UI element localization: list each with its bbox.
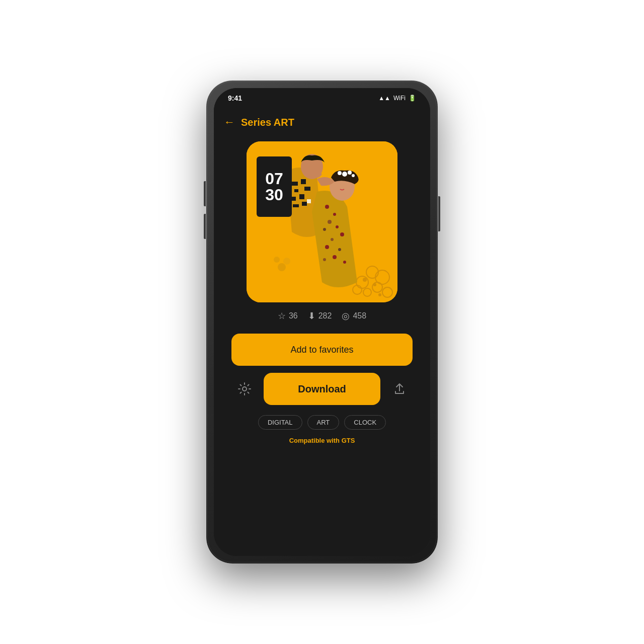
stats-row: ☆ 36 ⬇ 282 ◎ 458 xyxy=(278,310,366,321)
header: ← Series ART xyxy=(214,108,430,136)
download-button[interactable]: Download xyxy=(264,373,380,405)
svg-point-38 xyxy=(278,263,286,271)
star-icon: ☆ xyxy=(278,310,286,321)
svg-point-24 xyxy=(323,228,326,231)
svg-point-29 xyxy=(333,255,337,259)
svg-point-30 xyxy=(323,258,326,261)
tag-art[interactable]: ART xyxy=(307,415,340,430)
signal-icon: ▲▲ xyxy=(378,95,390,102)
svg-point-9 xyxy=(373,283,376,286)
svg-point-26 xyxy=(331,238,334,241)
svg-point-34 xyxy=(348,171,352,175)
svg-point-36 xyxy=(352,174,355,177)
add-to-favorites-button[interactable]: Add to favorites xyxy=(231,334,413,366)
svg-point-10 xyxy=(378,293,381,296)
svg-point-22 xyxy=(328,220,332,224)
watch-face-background: 07 30 xyxy=(247,141,397,302)
downloads-stat: ⬇ 282 xyxy=(308,310,332,321)
time-display: 07 30 xyxy=(257,156,292,217)
eye-icon: ◎ xyxy=(342,310,350,321)
svg-rect-18 xyxy=(293,204,299,207)
tag-clock[interactable]: CLOCK xyxy=(344,415,386,430)
svg-point-28 xyxy=(338,248,341,251)
back-button[interactable]: ← xyxy=(224,116,235,129)
svg-point-20 xyxy=(325,205,329,209)
phone-frame: 9:41 ▲▲ WiFi 🔋 ← Series ART xyxy=(206,80,438,564)
svg-point-8 xyxy=(363,278,367,282)
settings-button[interactable] xyxy=(231,373,258,405)
volume-down-button[interactable] xyxy=(204,214,206,239)
tag-digital[interactable]: DIGITAL xyxy=(258,415,302,430)
favorites-count: 36 xyxy=(289,311,298,320)
watch-face-card: 07 30 xyxy=(247,141,397,302)
download-count-icon: ⬇ xyxy=(308,310,315,321)
downloads-count: 282 xyxy=(318,311,332,320)
volume-up-button[interactable] xyxy=(204,181,206,206)
views-stat: ◎ 458 xyxy=(342,310,366,321)
page-title: Series ART xyxy=(241,117,294,128)
svg-point-27 xyxy=(325,245,329,249)
main-content: 07 30 ☆ 36 ⬇ 282 ◎ 458 xyxy=(214,136,430,556)
svg-point-23 xyxy=(336,225,339,228)
action-row: Download xyxy=(231,373,413,405)
status-time: 9:41 xyxy=(228,94,242,102)
svg-rect-12 xyxy=(301,179,306,184)
views-count: 458 xyxy=(353,311,366,320)
tags-row: DIGITAL ART CLOCK xyxy=(258,415,386,430)
share-button[interactable] xyxy=(386,373,413,405)
phone-screen: 9:41 ▲▲ WiFi 🔋 ← Series ART xyxy=(214,88,430,556)
svg-rect-16 xyxy=(299,194,304,199)
power-button[interactable] xyxy=(438,196,440,231)
svg-point-31 xyxy=(343,261,346,264)
svg-rect-11 xyxy=(292,182,298,186)
time-minute: 30 xyxy=(265,187,283,203)
svg-rect-14 xyxy=(304,187,310,191)
svg-point-25 xyxy=(340,232,344,236)
svg-point-21 xyxy=(333,213,336,216)
svg-point-41 xyxy=(243,387,247,391)
svg-point-35 xyxy=(338,171,342,175)
svg-rect-19 xyxy=(302,202,307,206)
svg-rect-17 xyxy=(307,199,311,203)
compatible-text: Compatible with GTS xyxy=(289,437,355,444)
time-hour: 07 xyxy=(265,171,283,187)
wifi-icon: WiFi xyxy=(393,95,406,102)
battery-icon: 🔋 xyxy=(409,95,416,102)
svg-point-40 xyxy=(283,258,290,265)
status-icons: ▲▲ WiFi 🔋 xyxy=(378,95,416,102)
favorites-stat: ☆ 36 xyxy=(278,310,298,321)
svg-rect-13 xyxy=(294,189,298,192)
status-bar: 9:41 ▲▲ WiFi 🔋 xyxy=(214,88,430,108)
svg-point-39 xyxy=(274,257,280,263)
svg-point-33 xyxy=(342,172,347,177)
